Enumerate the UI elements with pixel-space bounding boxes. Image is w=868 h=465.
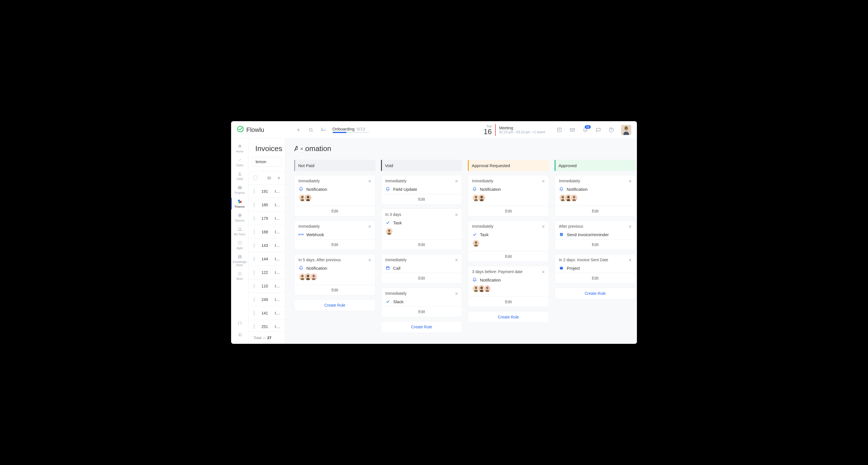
bell-icon[interactable]: 11 [582, 127, 588, 133]
nav-home[interactable]: Home [231, 142, 248, 155]
nav-spaces[interactable]: Spaces [231, 211, 248, 224]
plus-icon[interactable] [296, 127, 302, 133]
edit-button[interactable]: Edit [468, 206, 549, 216]
close-icon[interactable]: × [541, 270, 545, 275]
table-row[interactable]: 191I… [249, 185, 285, 198]
close-icon[interactable]: × [455, 212, 458, 217]
search-icon[interactable] [308, 127, 314, 133]
nav-tasks[interactable]: Tasks [231, 155, 248, 169]
assignee-avatar[interactable] [570, 194, 578, 202]
column-header[interactable]: Approved [555, 160, 636, 171]
briefcase-icon [559, 266, 564, 271]
close-icon[interactable]: × [455, 257, 458, 262]
close-icon[interactable]: × [628, 257, 631, 262]
edit-button[interactable]: Edit [555, 239, 636, 250]
close-panel-button[interactable]: ✕ [298, 145, 306, 153]
close-icon[interactable]: × [368, 179, 371, 184]
create-rule-button[interactable]: Create Rule [468, 311, 549, 323]
column-header[interactable]: Approval Requested [468, 160, 549, 171]
assignee-avatar[interactable] [483, 285, 491, 292]
nav-more[interactable]: More [231, 269, 248, 283]
close-icon[interactable]: × [541, 179, 545, 184]
select-all-checkbox[interactable] [254, 176, 257, 180]
edit-button[interactable]: Edit [555, 273, 636, 283]
create-rule-button[interactable]: Create Rule [381, 321, 462, 333]
row-checkbox[interactable] [254, 203, 255, 207]
top-toolbar: Onboarding 5/13 [296, 127, 369, 133]
logo[interactable]: Flowlu [237, 125, 265, 134]
nav-myteam[interactable]: My Team [231, 224, 248, 238]
row-checkbox[interactable] [254, 324, 255, 329]
chat-icon[interactable] [595, 127, 601, 133]
help-icon[interactable] [608, 127, 614, 133]
column-header[interactable]: Void [381, 160, 462, 171]
close-icon[interactable]: × [368, 224, 371, 229]
table-row[interactable]: 185I… [249, 198, 285, 212]
table-row[interactable]: 144I… [249, 252, 285, 266]
edit-button[interactable]: Edit [381, 306, 462, 317]
calendar-widget[interactable]: Tue 16 Meeting 02:10 pm - 03:10 pm +1 ev… [484, 124, 545, 136]
table-row[interactable]: 143I… [249, 239, 285, 252]
row-checkbox[interactable] [254, 257, 255, 261]
table-row[interactable]: 249I… [249, 293, 285, 306]
nav-crm[interactable]: CRM [231, 169, 248, 183]
assignee-avatar[interactable] [472, 239, 480, 247]
close-icon[interactable]: × [455, 291, 458, 296]
row-checkbox[interactable] [254, 270, 255, 275]
mail-icon[interactable] [569, 127, 576, 133]
nav-finance[interactable]: Finance [231, 197, 248, 211]
row-checkbox[interactable] [254, 297, 255, 302]
user-avatar[interactable] [621, 125, 631, 135]
close-icon[interactable]: × [628, 179, 631, 184]
row-checkbox[interactable] [254, 243, 255, 248]
search-input[interactable] [252, 157, 282, 166]
edit-button[interactable]: Edit [468, 297, 549, 307]
edit-button[interactable]: Edit [294, 239, 375, 250]
edit-button[interactable]: Edit [381, 273, 462, 283]
row-id: 168 [261, 230, 268, 234]
assignee-avatar[interactable] [385, 227, 393, 235]
table-row[interactable]: 122I… [249, 266, 285, 279]
assignee-avatar[interactable] [304, 194, 312, 202]
close-icon[interactable]: × [455, 179, 458, 184]
edit-button[interactable]: Edit [555, 206, 636, 216]
settings-icon[interactable] [237, 332, 243, 338]
svg-point-32 [307, 275, 309, 277]
edit-button[interactable]: Edit [381, 194, 462, 204]
row-checkbox[interactable] [254, 216, 255, 221]
table-row[interactable]: 141I… [249, 306, 285, 320]
create-rule-button[interactable]: Create Rule [555, 287, 636, 299]
table-row[interactable]: 251I… [249, 320, 285, 332]
close-icon[interactable]: × [368, 257, 371, 262]
assignee-avatar[interactable] [310, 273, 318, 281]
close-icon[interactable]: × [541, 224, 545, 229]
edit-button[interactable]: Edit [381, 239, 462, 250]
row-checkbox[interactable] [254, 284, 255, 288]
invoices-footer: Total — 27 [249, 332, 285, 344]
row-id: 251 [261, 324, 268, 329]
edit-button[interactable]: Edit [294, 206, 375, 216]
svg-point-41 [480, 196, 483, 198]
table-row[interactable]: 179I… [249, 212, 285, 225]
row-checkbox[interactable] [254, 311, 255, 315]
nav-kb[interactable]: Knowledge Base [231, 252, 248, 269]
support-icon[interactable] [237, 320, 243, 327]
svg-point-34 [313, 275, 315, 277]
onboarding-icon[interactable] [320, 127, 327, 133]
edit-button[interactable]: Edit [294, 285, 375, 295]
onboarding-widget[interactable]: Onboarding 5/13 [333, 127, 369, 133]
assignee-avatar[interactable] [478, 194, 486, 202]
table-row[interactable]: 110I… [249, 279, 285, 293]
close-icon[interactable]: × [628, 224, 631, 229]
nav-projects[interactable]: Projects [231, 183, 248, 197]
card-timing: Immediately [299, 224, 319, 228]
rule-card: Immediately × Notification Edit [468, 175, 549, 216]
edit-button[interactable]: Edit [468, 251, 549, 261]
table-row[interactable]: 168I… [249, 225, 285, 239]
row-checkbox[interactable] [254, 230, 255, 234]
column-header[interactable]: Not Paid [294, 160, 375, 171]
nav-agile[interactable]: Agile [231, 238, 248, 252]
row-checkbox[interactable] [254, 189, 255, 194]
create-rule-button[interactable]: Create Rule [294, 299, 375, 311]
note-icon[interactable] [556, 127, 562, 133]
